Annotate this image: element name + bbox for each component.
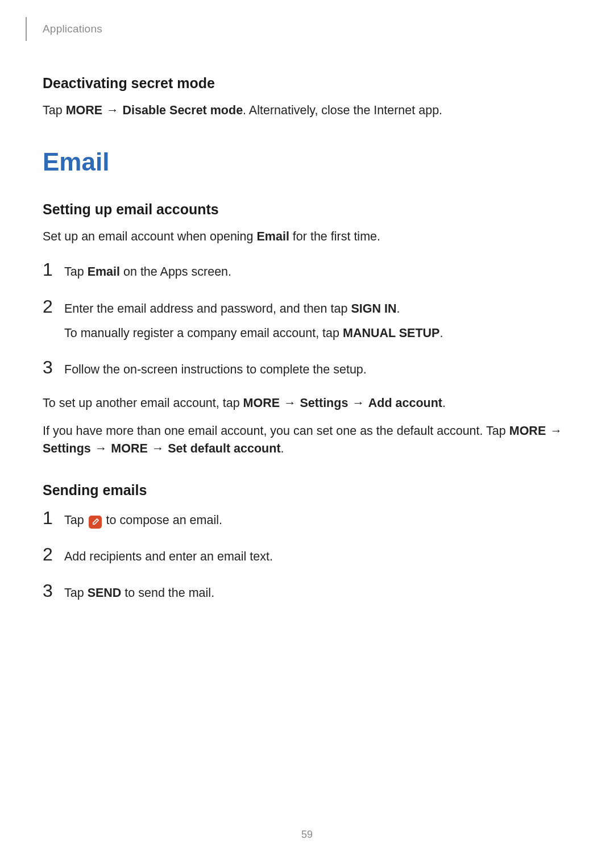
step-number: 3	[43, 358, 64, 376]
page-number: 59	[0, 829, 614, 841]
text: Tap	[64, 513, 88, 527]
arrow-icon: →	[91, 442, 111, 455]
text: on the Apps screen.	[120, 265, 231, 279]
arrow-icon: →	[546, 424, 562, 438]
step-number: 1	[43, 260, 64, 279]
bold-disable-secret-mode: Disable Secret mode	[123, 103, 243, 117]
compose-icon	[89, 516, 102, 529]
text: To manually register a company email acc…	[64, 326, 343, 340]
step-number: 2	[43, 545, 64, 563]
step-body: Tap Email on the Apps screen.	[64, 263, 231, 281]
bold-set-default-account: Set default account	[168, 442, 280, 455]
text: Tap	[64, 265, 88, 279]
text: Tap	[43, 103, 66, 117]
list-item: 2 Enter the email address and password, …	[43, 297, 571, 342]
list-item: 1 Tap to compose an email.	[43, 509, 571, 529]
page: Applications Deactivating secret mode Ta…	[0, 0, 614, 602]
heading-email: Email	[43, 148, 571, 176]
deactivating-paragraph: Tap MORE → Disable Secret mode. Alternat…	[43, 102, 571, 119]
bold-send: SEND	[88, 586, 122, 600]
step-number: 3	[43, 582, 64, 600]
text: Set up an email account when opening	[43, 230, 257, 243]
setup-after-paragraph-2: If you have more than one email account,…	[43, 422, 571, 458]
heading-deactivating: Deactivating secret mode	[43, 75, 571, 92]
text: to compose an email.	[103, 513, 222, 527]
list-item: 3 Follow the on-screen instructions to c…	[43, 358, 571, 379]
page-header: Applications	[26, 17, 571, 41]
header-tick	[26, 17, 27, 41]
step-number: 1	[43, 509, 64, 527]
bold-more: MORE	[509, 424, 546, 438]
text: .	[439, 326, 443, 340]
bold-more: MORE	[111, 442, 148, 455]
step-body: Follow the on-screen instructions to com…	[64, 361, 367, 379]
step-body: Tap SEND to send the mail.	[64, 584, 214, 602]
arrow-icon: →	[102, 103, 122, 117]
text: Enter the email address and password, an…	[64, 302, 351, 315]
sending-steps-list: 1 Tap to compose an email. 2 Add recipie…	[43, 509, 571, 603]
list-item: 3 Tap SEND to send the mail.	[43, 582, 571, 602]
bold-settings: Settings	[300, 396, 349, 410]
bold-more: MORE	[243, 396, 280, 410]
section-label: Applications	[43, 23, 102, 35]
text: To set up another email account, tap	[43, 396, 243, 410]
list-item: 1 Tap Email on the Apps screen.	[43, 260, 571, 281]
bold-add-account: Add account	[368, 396, 442, 410]
bold-email: Email	[257, 230, 289, 243]
step-number: 2	[43, 297, 64, 315]
text: to send the mail.	[121, 586, 214, 600]
bold-email: Email	[88, 265, 120, 279]
text: .	[442, 396, 446, 410]
text: . Alternatively, close the Internet app.	[243, 103, 442, 117]
arrow-icon: →	[280, 396, 300, 410]
bold-settings: Settings	[43, 442, 91, 455]
heading-setup: Setting up email accounts	[43, 201, 571, 218]
step-subline: To manually register a company email acc…	[64, 325, 443, 342]
setup-after-paragraph-1: To set up another email account, tap MOR…	[43, 394, 571, 412]
step-body: Tap to compose an email.	[64, 512, 222, 529]
bold-more: MORE	[66, 103, 103, 117]
arrow-icon: →	[148, 442, 168, 455]
setup-intro: Set up an email account when opening Ema…	[43, 228, 571, 246]
list-item: 2 Add recipients and enter an email text…	[43, 545, 571, 566]
text: Tap	[64, 586, 88, 600]
setup-steps-list: 1 Tap Email on the Apps screen. 2 Enter …	[43, 260, 571, 379]
text: If you have more than one email account,…	[43, 424, 509, 438]
bold-sign-in: SIGN IN	[351, 302, 396, 315]
text: for the first time.	[289, 230, 380, 243]
heading-sending: Sending emails	[43, 482, 571, 499]
text: .	[281, 442, 284, 455]
text: .	[396, 302, 400, 315]
bold-manual-setup: MANUAL SETUP	[343, 326, 439, 340]
arrow-icon: →	[348, 396, 368, 410]
step-body: Add recipients and enter an email text.	[64, 548, 273, 566]
step-body: Enter the email address and password, an…	[64, 300, 443, 342]
